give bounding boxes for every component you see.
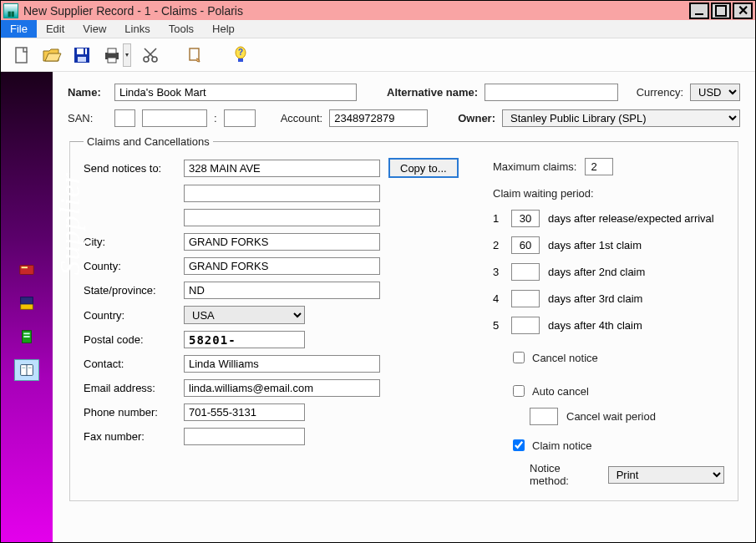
name-label: Name: (68, 86, 108, 99)
name-input[interactable] (114, 84, 357, 101)
max-claims-input[interactable] (585, 158, 613, 175)
country-label: Country: (84, 309, 175, 322)
san-label: SAN: (68, 112, 108, 124)
send-notices-label: Send notices to: (84, 162, 175, 175)
currency-select[interactable]: USD (690, 84, 740, 101)
maximize-button[interactable] (711, 3, 731, 19)
open-button[interactable] (39, 43, 64, 68)
svg-rect-14 (238, 58, 243, 62)
app-icon: ▮▮ (3, 3, 18, 18)
sidebar-tab-general[interactable] (14, 259, 39, 281)
sidebar: Supplier (1, 72, 53, 542)
print-button[interactable]: ▾ (99, 43, 133, 68)
email-input[interactable] (184, 379, 380, 397)
period-1-label: days after release/expected arrival (548, 212, 714, 225)
svg-rect-6 (108, 48, 116, 53)
svg-rect-2 (77, 48, 87, 54)
fax-input[interactable] (184, 428, 305, 445)
city-label: City: (84, 236, 175, 248)
period-3-input[interactable] (511, 263, 540, 281)
menu-view[interactable]: View (74, 20, 115, 38)
phone-input[interactable] (184, 403, 305, 421)
print-dropdown-icon[interactable]: ▾ (123, 43, 131, 67)
svg-rect-4 (84, 48, 85, 54)
sidebar-tab-account[interactable] (14, 326, 39, 348)
phone-label: Phone number: (84, 406, 175, 419)
save-button[interactable] (69, 43, 94, 68)
sidebar-tab-claims[interactable] (14, 359, 39, 381)
state-input[interactable] (184, 282, 380, 299)
notice-method-select[interactable]: Print (608, 466, 724, 484)
menu-edit[interactable]: Edit (37, 20, 74, 38)
city-input[interactable] (184, 233, 380, 251)
san-input-2[interactable] (142, 109, 207, 127)
period-3-label: days after 2nd claim (548, 266, 645, 278)
contact-label: Contact: (84, 358, 175, 370)
properties-button[interactable] (183, 43, 208, 68)
copy-to-button[interactable]: Copy to... (388, 158, 459, 178)
hand-sheet-icon (185, 45, 205, 65)
save-icon (72, 45, 92, 65)
new-button[interactable] (9, 43, 34, 68)
max-claims-label: Maximum claims: (493, 160, 576, 173)
sidebar-tab-orders[interactable] (14, 292, 39, 314)
menu-file[interactable]: File (1, 20, 37, 38)
fax-label: Fax number: (84, 430, 175, 443)
period-5-label: days after 4th claim (548, 319, 642, 332)
svg-rect-3 (78, 57, 86, 62)
claims-settings-column: Maximum claims: Claim waiting period: 1d… (493, 158, 724, 487)
claims-legend: Claims and Cancellations (84, 135, 213, 148)
menu-links[interactable]: Links (115, 20, 159, 38)
owner-label: Owner: (458, 112, 495, 124)
addr1-input[interactable] (184, 160, 380, 177)
printer-icon (102, 45, 122, 65)
email-label: Email address: (84, 382, 175, 394)
county-input[interactable] (184, 257, 380, 275)
period-4-num: 4 (493, 292, 503, 305)
menu-help[interactable]: Help (203, 20, 244, 38)
san-input-1[interactable] (114, 109, 135, 127)
menu-tools[interactable]: Tools (160, 20, 203, 38)
period-1-num: 1 (493, 212, 503, 225)
svg-rect-21 (23, 332, 29, 334)
window-controls: ✕ (688, 3, 753, 19)
period-2-num: 2 (493, 239, 503, 251)
account-input[interactable] (329, 109, 428, 127)
svg-rect-22 (23, 336, 29, 337)
menu-bar: File Edit View Links Tools Help (1, 20, 755, 38)
period-4-input[interactable] (511, 290, 540, 307)
addr3-input[interactable] (184, 209, 380, 226)
auto-cancel-checkbox[interactable] (513, 385, 525, 397)
period-2-input[interactable] (511, 236, 540, 254)
new-icon (12, 45, 32, 65)
country-select[interactable]: USA (184, 306, 305, 324)
sidebar-label: Supplier (54, 172, 86, 275)
period-3-num: 3 (493, 266, 503, 278)
window-title: New Supplier Record - 1 - Claims - Polar… (23, 4, 688, 18)
minimize-button[interactable] (689, 3, 709, 19)
contact-input[interactable] (184, 355, 380, 373)
svg-rect-7 (108, 58, 116, 63)
claim-notice-checkbox[interactable] (513, 439, 525, 451)
auto-cancel-label: Auto cancel (532, 385, 589, 398)
close-button[interactable]: ✕ (733, 3, 753, 19)
cancel-notice-checkbox[interactable] (513, 352, 525, 363)
period-5-input[interactable] (511, 317, 540, 334)
addr2-input[interactable] (184, 185, 380, 202)
currency-label: Currency: (637, 86, 683, 99)
svg-text:?: ? (238, 48, 243, 57)
card-red-icon (18, 261, 36, 279)
owner-select[interactable]: Stanley Public Library (SPL) (502, 109, 740, 127)
period-4-label: days after 3rd claim (548, 292, 642, 305)
alt-name-input[interactable] (485, 84, 618, 101)
cut-button[interactable] (138, 43, 163, 68)
cancel-wait-input[interactable] (530, 408, 558, 425)
help-button[interactable]: ? (228, 43, 253, 68)
period-1-input[interactable] (511, 210, 540, 227)
open-folder-icon (42, 45, 62, 65)
postal-input[interactable] (184, 331, 305, 348)
svg-rect-16 (20, 266, 34, 275)
toolbar: ▾ ? (1, 38, 755, 72)
waiting-label: Claim waiting period: (493, 187, 724, 200)
san-input-3[interactable] (224, 109, 256, 127)
